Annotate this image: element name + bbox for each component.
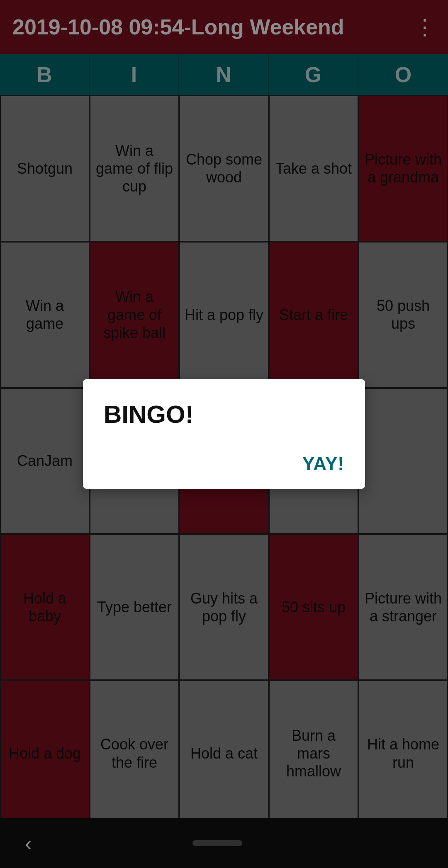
dialog-actions: YAY! [104, 453, 344, 474]
dialog-box: BINGO! YAY! [83, 379, 365, 489]
dialog-title: BINGO! [104, 400, 344, 429]
dialog-overlay: BINGO! YAY! [0, 0, 448, 868]
yay-button[interactable]: YAY! [302, 453, 344, 474]
